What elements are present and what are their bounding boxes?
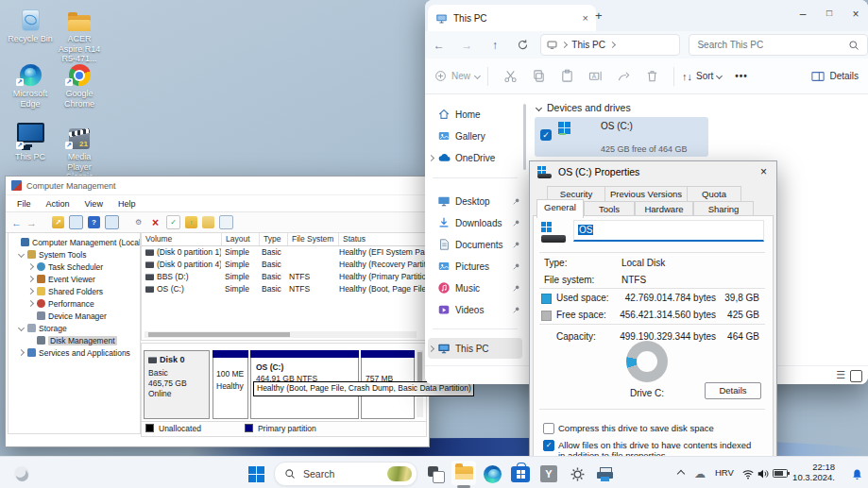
col-volume[interactable]: Volume bbox=[142, 233, 222, 245]
scrollbar-thumb[interactable] bbox=[417, 352, 422, 384]
devices-and-drives-header[interactable]: Devices and drives bbox=[536, 102, 631, 113]
sidebar-item-home[interactable]: Home bbox=[428, 104, 522, 125]
nav-back-icon[interactable]: ← bbox=[425, 39, 453, 52]
sort-button[interactable]: ↑↓ Sort bbox=[682, 71, 722, 82]
col-layout[interactable]: Layout bbox=[222, 233, 260, 245]
volume-row[interactable]: BBS (D:) SimpleBasic NTFSHealthy (Primar… bbox=[142, 271, 426, 283]
share-icon[interactable] bbox=[609, 69, 638, 83]
up-level-icon[interactable]: ↗ bbox=[52, 216, 64, 228]
selection-checkbox[interactable]: ✓ bbox=[540, 129, 552, 141]
compress-checkbox[interactable] bbox=[543, 423, 554, 434]
tab-close-icon[interactable]: × bbox=[583, 12, 588, 24]
col-type[interactable]: Type bbox=[260, 233, 288, 245]
disk0-header[interactable]: Disk 0 Basic 465,75 GB Online bbox=[144, 350, 210, 419]
sidebar-item-onedrive[interactable]: OneDrive bbox=[428, 147, 522, 168]
volume-list-header[interactable]: Volume Layout Type File System Status bbox=[142, 233, 426, 246]
y-app-icon[interactable]: Y bbox=[538, 463, 559, 484]
dialog-title-bar[interactable]: OS (C:) Properties × bbox=[530, 161, 776, 182]
taskbar-search-box[interactable]: Search bbox=[274, 462, 417, 486]
nav-refresh-icon[interactable] bbox=[509, 39, 537, 51]
volume-label-input[interactable]: OS bbox=[573, 220, 764, 242]
copy-icon[interactable] bbox=[524, 69, 553, 83]
sidebar-item-desktop[interactable]: Desktop bbox=[428, 191, 522, 211]
tab-this-pc[interactable]: This PC × bbox=[428, 5, 596, 31]
list-view-icon[interactable]: ☰ bbox=[836, 369, 845, 381]
desktop-icon-acer-folder[interactable]: ACER Aspire R14 R5-471... bbox=[55, 5, 104, 64]
tree-item-device-manager[interactable]: Device Manager bbox=[9, 310, 140, 322]
new-button[interactable]: New bbox=[434, 70, 480, 82]
details-view-icon[interactable] bbox=[219, 215, 233, 229]
sidebar-item-music[interactable]: Music bbox=[428, 278, 522, 298]
breadcrumb-this-pc[interactable]: This PC bbox=[571, 40, 605, 50]
partition-efi[interactable]: 100 ME Healthy bbox=[213, 350, 248, 419]
index-checkbox[interactable]: ✓ bbox=[543, 440, 554, 451]
address-bar[interactable]: This PC bbox=[540, 34, 680, 56]
drive-os-c-tile[interactable]: ✓ OS (C:) 425 GB free of 464 GB bbox=[535, 117, 708, 157]
back-icon[interactable]: ← bbox=[11, 217, 22, 228]
see-more-icon[interactable]: ••• bbox=[735, 71, 748, 81]
open-folder-icon[interactable]: ↑ bbox=[185, 216, 197, 228]
scrollbar-thumb[interactable] bbox=[148, 332, 290, 337]
edit-icon[interactable] bbox=[202, 216, 214, 228]
language-indicator[interactable]: HRV bbox=[715, 467, 734, 478]
details-view-button[interactable]: Details bbox=[811, 70, 859, 83]
forward-icon[interactable]: → bbox=[26, 217, 37, 228]
edge-taskbar-icon[interactable] bbox=[482, 463, 502, 484]
volume-row[interactable]: (Disk 0 partition 1) SimpleBasic Healthy… bbox=[142, 246, 426, 259]
sidebar-item-pictures[interactable]: Pictures bbox=[428, 256, 522, 277]
large-icons-view-icon[interactable] bbox=[850, 370, 862, 382]
volume-row[interactable]: OS (C:) SimpleBasic NTFSHealthy (Boot, P… bbox=[142, 283, 426, 295]
microsoft-store-icon[interactable] bbox=[510, 463, 531, 484]
show-console-tree-icon[interactable] bbox=[69, 215, 83, 229]
desktop-icon-this-pc[interactable]: ↗ This PC bbox=[6, 123, 55, 162]
menu-help[interactable]: Help bbox=[111, 199, 144, 209]
new-tab-button[interactable]: + bbox=[595, 8, 603, 23]
notification-bell-icon[interactable] bbox=[846, 463, 867, 484]
col-file-system[interactable]: File System bbox=[288, 233, 339, 245]
tree-item-services-and-applications[interactable]: Services and Applications bbox=[9, 346, 140, 359]
sidebar-item-gallery[interactable]: Gallery bbox=[428, 126, 522, 146]
tree-item-storage[interactable]: Storage bbox=[9, 322, 140, 334]
battery-icon[interactable] bbox=[773, 469, 788, 478]
delete-volume-icon[interactable]: × bbox=[149, 216, 162, 228]
close-button[interactable]: × bbox=[844, 8, 867, 21]
clock[interactable]: 22:18 10.3.2024. bbox=[792, 462, 835, 482]
tree-item-computer-management[interactable]: Computer Management (Local) bbox=[9, 236, 140, 248]
printer-app-icon[interactable] bbox=[595, 463, 616, 484]
settings-gear-icon[interactable] bbox=[567, 463, 587, 484]
details-button[interactable]: Details bbox=[705, 382, 761, 399]
menu-action[interactable]: Action bbox=[39, 199, 77, 209]
desktop-icon-microsoft-edge[interactable]: ↗ Microsoft Edge bbox=[6, 59, 55, 109]
cut-icon[interactable] bbox=[496, 69, 524, 83]
sidebar-item-videos[interactable]: Videos bbox=[428, 299, 522, 320]
tree-item-event-viewer[interactable]: Event Viewer bbox=[9, 273, 140, 285]
minimize-button[interactable]: – bbox=[791, 8, 814, 21]
refresh-icon[interactable]: ⚙ bbox=[132, 216, 145, 228]
tab-general[interactable]: General bbox=[536, 199, 584, 218]
menu-view[interactable]: View bbox=[77, 199, 111, 209]
delete-icon[interactable] bbox=[638, 69, 666, 83]
task-view-icon[interactable] bbox=[425, 463, 446, 484]
paste-icon[interactable] bbox=[553, 69, 581, 83]
menu-file[interactable]: File bbox=[9, 199, 39, 209]
sidebar-scrollbar[interactable] bbox=[523, 104, 526, 170]
tree-item-shared-folders[interactable]: Shared Folders bbox=[9, 285, 140, 297]
horizontal-scrollbar[interactable] bbox=[145, 331, 417, 338]
tree-item-task-scheduler[interactable]: Task Scheduler bbox=[9, 261, 140, 273]
desktop-icon-recycle-bin[interactable]: Recycle Bin bbox=[6, 5, 55, 44]
tree-item-system-tools[interactable]: System Tools bbox=[9, 248, 140, 261]
start-button[interactable] bbox=[246, 463, 266, 484]
cm-title-bar[interactable]: Computer Management bbox=[6, 177, 429, 195]
tray-expand-icon[interactable] bbox=[671, 463, 691, 484]
sidebar-item-downloads[interactable]: Downloads bbox=[428, 212, 522, 233]
tree-item-performance[interactable]: Performance bbox=[9, 297, 140, 310]
maximize-button[interactable]: □ bbox=[818, 8, 841, 18]
rename-icon[interactable]: A bbox=[581, 69, 609, 83]
nav-up-icon[interactable]: ↑ bbox=[481, 39, 509, 52]
volume-icon[interactable] bbox=[753, 463, 774, 484]
desktop-icon-google-chrome[interactable]: ↗ Google Chrome bbox=[55, 59, 104, 109]
dialog-close-icon[interactable]: × bbox=[760, 165, 767, 178]
volume-row[interactable]: (Disk 0 partition 4) SimpleBasic Healthy… bbox=[142, 259, 426, 271]
file-explorer-taskbar-icon[interactable] bbox=[451, 461, 476, 485]
sidebar-item-documents[interactable]: Documents bbox=[428, 234, 522, 255]
